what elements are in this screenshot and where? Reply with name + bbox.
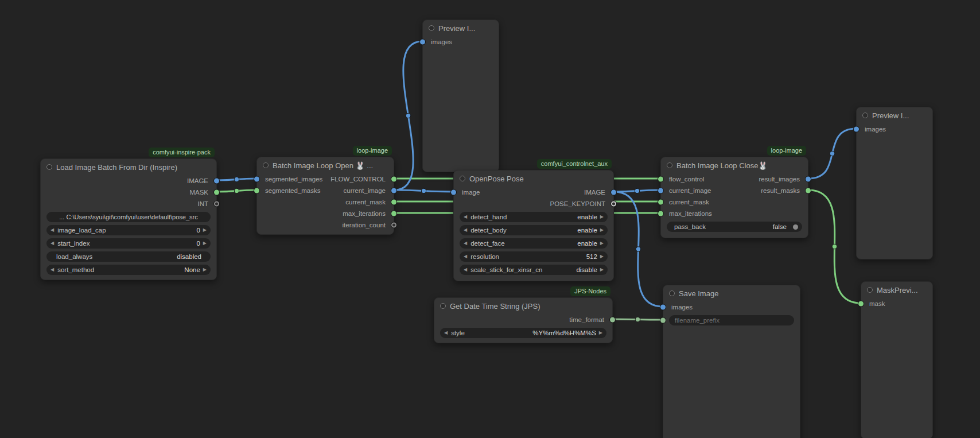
slot-dot-images[interactable] xyxy=(854,127,859,132)
slot-dot-current_mask[interactable] xyxy=(391,200,396,205)
slot-dot-image[interactable] xyxy=(451,190,456,195)
widget-detect_body[interactable]: ◀detect_bodyenable▶ xyxy=(460,225,608,235)
node-title-bar[interactable]: Get Date Time String (JPS) xyxy=(434,298,612,314)
widget-arrow-right-icon[interactable]: ▶ xyxy=(600,254,604,259)
collapse-icon[interactable] xyxy=(263,162,269,168)
widget-arrow-right-icon[interactable]: ▶ xyxy=(600,268,604,272)
widget-load_always[interactable]: load_alwaysdisabled xyxy=(46,251,211,262)
widget-value: %Y%m%d%H%M%S xyxy=(532,330,596,336)
widget-start_index[interactable]: ◀start_index0▶ xyxy=(46,238,211,249)
slot-dot-result_images[interactable] xyxy=(806,177,811,182)
collapse-icon[interactable] xyxy=(862,113,868,118)
slot-row: INT xyxy=(41,198,216,210)
node-title-bar[interactable]: Save Image xyxy=(663,285,800,301)
node-title-bar[interactable]: Load Image Batch From Dir (Inspire) xyxy=(41,159,216,175)
slot-dot-filename_prefix[interactable] xyxy=(660,318,666,323)
node-save-image[interactable]: Save Imageimagesfilename_prefix xyxy=(663,285,800,438)
slot-dot-POSE_KEYPOINT[interactable] xyxy=(611,201,616,207)
widget-arrow-right-icon[interactable]: ▶ xyxy=(600,215,604,219)
collapse-icon[interactable] xyxy=(46,164,52,170)
slot-row: POSE_KEYPOINT xyxy=(454,198,613,210)
widget-arrow-left-icon[interactable]: ◀ xyxy=(464,268,467,272)
widget-image_load_cap[interactable]: ◀image_load_cap0▶ xyxy=(46,225,211,235)
widget-arrow-right-icon[interactable]: ▶ xyxy=(600,241,604,246)
collapse-icon[interactable] xyxy=(440,303,446,309)
widget-row: ◀image_load_cap0▶ xyxy=(46,225,211,235)
widget-arrow-left-icon[interactable]: ◀ xyxy=(464,241,467,246)
widget-arrow-right-icon[interactable]: ▶ xyxy=(203,268,207,272)
slot-dot-segmented_masks[interactable] xyxy=(254,188,259,193)
collapse-icon[interactable] xyxy=(867,287,873,293)
node-title-bar[interactable]: Preview I... xyxy=(857,107,932,123)
node-title-bar[interactable]: Batch Image Loop Close🐰 xyxy=(661,157,808,173)
slot-dot-flow_control[interactable] xyxy=(658,177,663,182)
slot-dot-current_image[interactable] xyxy=(391,188,396,193)
widget-resolution[interactable]: ◀resolution512▶ xyxy=(460,251,608,262)
widget-arrow-right-icon[interactable]: ▶ xyxy=(203,241,207,246)
graph-canvas[interactable]: { "colors": { "IMAGE": "#5a96d6", "MASK"… xyxy=(0,0,980,438)
slot-dot-FLOW_CONTROL[interactable] xyxy=(391,177,396,182)
slot-dot-time_format[interactable] xyxy=(610,317,615,323)
node-source-badge: loop-image xyxy=(767,146,806,156)
widget-pass_back[interactable]: pass_backfalse xyxy=(667,222,802,232)
slot-dot-images[interactable] xyxy=(420,40,425,45)
slot-dot-mask[interactable] xyxy=(858,301,864,307)
toggle-icon[interactable] xyxy=(793,224,798,230)
node-batch-loop-close[interactable]: loop-imageBatch Image Loop Close🐰flow_co… xyxy=(660,157,808,238)
node-title-bar[interactable]: OpenPose Pose xyxy=(454,170,613,187)
widget-sort_method[interactable]: ◀sort_methodNone▶ xyxy=(46,265,211,275)
slot-dot-iteration_count[interactable] xyxy=(391,223,396,228)
slot-row: iteration_count xyxy=(257,219,394,231)
collapse-icon[interactable] xyxy=(667,162,672,168)
node-mask-preview[interactable]: MaskPrevi...mask xyxy=(861,281,933,438)
widget-arrow-left-icon[interactable]: ◀ xyxy=(464,228,467,232)
slot-dot-IMAGE[interactable] xyxy=(214,179,219,184)
slot-dot-result_masks[interactable] xyxy=(806,188,811,193)
node-preview-image-top[interactable]: Preview I...images xyxy=(422,20,499,172)
node-title: Save Image xyxy=(679,289,718,298)
widget-name: resolution xyxy=(470,253,499,260)
widget-arrow-left-icon[interactable]: ◀ xyxy=(464,215,467,219)
widget-arrow-left-icon[interactable]: ◀ xyxy=(50,228,54,232)
slot-dot-images[interactable] xyxy=(660,305,666,310)
widget-arrow-left-icon[interactable]: ◀ xyxy=(464,254,467,259)
widget-value[interactable]: ... C:\Users\syui\git\comfyui\user\defau… xyxy=(46,212,211,222)
widget-name: pass_back xyxy=(674,223,706,230)
collapse-icon[interactable] xyxy=(429,25,434,31)
widget-scale_stick_for_xinsr_cn[interactable]: ◀scale_stick_for_xinsr_cndisable▶ xyxy=(460,265,608,275)
node-title-bar[interactable]: MaskPrevi... xyxy=(861,282,932,298)
widget-detect_face[interactable]: ◀detect_faceenable▶ xyxy=(460,238,608,249)
slot-dot-INT[interactable] xyxy=(214,201,219,207)
node-title-bar[interactable]: Batch Image Loop Open 🐰 ... xyxy=(257,157,394,173)
widget-arrow-left-icon[interactable]: ◀ xyxy=(50,241,54,246)
slot-label: images xyxy=(671,301,693,313)
widget-value: false xyxy=(773,223,787,230)
widget-arrow-left-icon[interactable]: ◀ xyxy=(50,268,54,272)
collapse-icon[interactable] xyxy=(460,176,465,181)
slot-dot-max_iterations[interactable] xyxy=(391,211,396,216)
slot-dot-IMAGE[interactable] xyxy=(611,190,616,195)
slot-dot-max_iterations[interactable] xyxy=(658,211,663,216)
node-load-image-batch[interactable]: comfyui-inspire-packLoad Image Batch Fro… xyxy=(40,158,217,280)
slot-dot-current_image[interactable] xyxy=(658,188,663,193)
slot-dot-current_mask[interactable] xyxy=(658,200,663,205)
widget-row: filename_prefix xyxy=(669,315,794,325)
node-preview-image-right[interactable]: Preview I...images xyxy=(856,107,933,259)
collapse-icon[interactable] xyxy=(669,290,675,296)
widget-detect_hand[interactable]: ◀detect_handenable▶ xyxy=(460,212,608,222)
widget-name: image_load_cap xyxy=(57,227,106,234)
widget-arrow-right-icon[interactable]: ▶ xyxy=(599,331,602,335)
node-batch-loop-open[interactable]: loop-imageBatch Image Loop Open 🐰 ...seg… xyxy=(256,157,394,235)
node-source-badge: JPS-Nodes xyxy=(570,286,610,296)
node-get-datetime[interactable]: JPS-NodesGet Date Time String (JPS)time_… xyxy=(434,297,613,343)
widget-style[interactable]: ◀style%Y%m%d%H%M%S▶ xyxy=(440,328,606,338)
slot-dot-segmented_images[interactable] xyxy=(254,177,259,182)
widget-arrow-right-icon[interactable]: ▶ xyxy=(600,228,604,232)
slot-label: current_mask xyxy=(669,196,709,208)
node-openpose-pose[interactable]: comfyui_controlnet_auxOpenPose Poseimage… xyxy=(453,170,614,281)
widget-arrow-left-icon[interactable]: ◀ xyxy=(444,331,448,335)
widget-value: None xyxy=(184,266,200,273)
slot-dot-MASK[interactable] xyxy=(214,190,219,195)
node-title-bar[interactable]: Preview I... xyxy=(423,20,499,36)
widget-arrow-right-icon[interactable]: ▶ xyxy=(203,228,207,232)
